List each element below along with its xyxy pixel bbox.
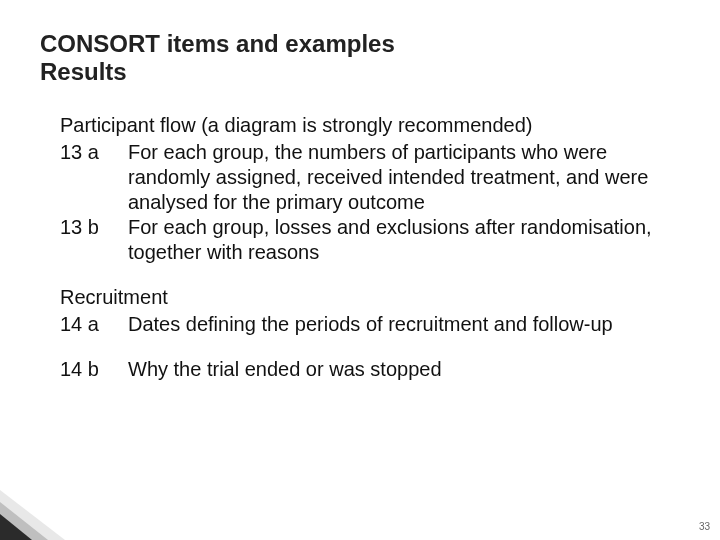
item-number: 13 a bbox=[60, 140, 128, 215]
svg-marker-0 bbox=[0, 490, 65, 540]
slide-title: CONSORT items and examples Results bbox=[40, 30, 680, 85]
slide: CONSORT items and examples Results Parti… bbox=[0, 0, 720, 540]
title-line-1: CONSORT items and examples bbox=[40, 30, 680, 58]
item-text: For each group, the numbers of participa… bbox=[128, 140, 680, 215]
page-number: 33 bbox=[699, 521, 710, 532]
list-item: 14 b Why the trial ended or was stopped bbox=[60, 357, 680, 382]
item-text: For each group, losses and exclusions af… bbox=[128, 215, 680, 265]
item-text: Dates defining the periods of recruitmen… bbox=[128, 312, 680, 337]
item-number: 14 a bbox=[60, 312, 128, 337]
section-heading: Participant flow (a diagram is strongly … bbox=[60, 113, 680, 138]
svg-marker-1 bbox=[0, 502, 48, 540]
list-item: 13 a For each group, the numbers of part… bbox=[60, 140, 680, 215]
list-item: 14 a Dates defining the periods of recru… bbox=[60, 312, 680, 337]
svg-marker-2 bbox=[0, 514, 32, 540]
title-line-2: Results bbox=[40, 58, 680, 86]
section-heading: Recruitment bbox=[60, 285, 680, 310]
list-item: 13 b For each group, losses and exclusio… bbox=[60, 215, 680, 265]
item-number: 13 b bbox=[60, 215, 128, 265]
corner-decoration bbox=[0, 480, 120, 540]
slide-body: Participant flow (a diagram is strongly … bbox=[40, 113, 680, 382]
item-number: 14 b bbox=[60, 357, 128, 382]
item-text: Why the trial ended or was stopped bbox=[128, 357, 680, 382]
